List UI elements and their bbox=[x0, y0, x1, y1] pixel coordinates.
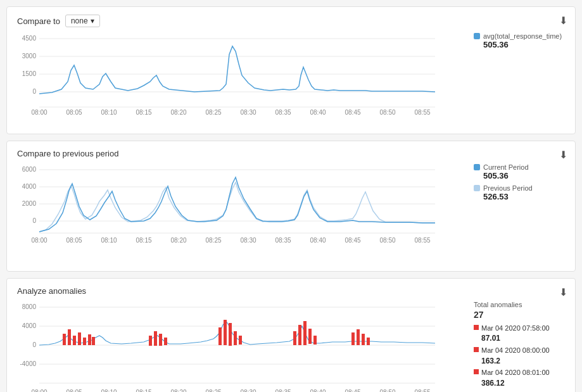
anomaly-text-0: Mar 04 2020 07:58:00 87.01 bbox=[481, 324, 550, 344]
svg-text:08:55: 08:55 bbox=[414, 237, 430, 244]
svg-rect-74 bbox=[362, 334, 365, 345]
svg-rect-73 bbox=[357, 329, 360, 345]
chart-svg-panel1: 4500 3000 1500 0 08:00 08:05 08:10 08:15… bbox=[17, 32, 464, 126]
svg-text:08:45: 08:45 bbox=[345, 109, 360, 116]
svg-text:08:15: 08:15 bbox=[136, 237, 151, 244]
anomaly-entry-1: Mar 04 2020 08:00:00 163.2 bbox=[474, 346, 565, 366]
chart-area-panel2: 6000 4000 2000 0 08:00 08:05 08:10 08:15… bbox=[17, 163, 565, 263]
svg-text:08:25: 08:25 bbox=[205, 389, 221, 392]
svg-text:08:05: 08:05 bbox=[66, 237, 82, 244]
svg-text:08:20: 08:20 bbox=[170, 389, 186, 392]
download-icon-panel1[interactable]: ⬇ bbox=[559, 15, 567, 27]
legend-current-value: 505.36 bbox=[483, 171, 529, 180]
svg-rect-55 bbox=[83, 338, 86, 345]
panel-anomalies: Analyze anomalies ⬇ 8000 4000 0 -4000 bbox=[6, 278, 576, 392]
legend-dot-current bbox=[474, 164, 480, 170]
svg-text:08:10: 08:10 bbox=[101, 237, 117, 244]
legend-previous-period: Previous Period 526.53 bbox=[474, 184, 565, 201]
panel-compare-to: Compare to none ▾ ⬇ 4500 3000 1500 0 bbox=[6, 6, 576, 134]
panel2-title: Compare to previous period bbox=[17, 149, 118, 158]
panel-compare-previous: Compare to previous period ⬇ 6000 4000 2… bbox=[6, 141, 576, 272]
panel3-legend: Total anomalies 27 Mar 04 2020 07:58:00 … bbox=[464, 301, 565, 392]
svg-text:4000: 4000 bbox=[22, 183, 37, 190]
svg-text:08:50: 08:50 bbox=[379, 389, 395, 392]
svg-text:08:30: 08:30 bbox=[240, 237, 256, 244]
svg-text:08:50: 08:50 bbox=[379, 109, 395, 116]
svg-rect-69 bbox=[303, 321, 307, 345]
panel3-title: Analyze anomalies bbox=[17, 286, 86, 296]
legend-previous-value: 526.53 bbox=[483, 192, 533, 201]
svg-rect-53 bbox=[73, 336, 76, 345]
svg-text:08:05: 08:05 bbox=[66, 389, 82, 392]
svg-rect-64 bbox=[229, 323, 232, 346]
svg-rect-61 bbox=[164, 338, 167, 345]
legend-current-label: Current Period bbox=[483, 163, 529, 171]
svg-text:08:00: 08:00 bbox=[31, 389, 47, 392]
svg-text:08:40: 08:40 bbox=[310, 389, 326, 392]
svg-rect-67 bbox=[293, 331, 296, 345]
svg-text:08:00: 08:00 bbox=[31, 109, 47, 116]
dropdown-value: none bbox=[71, 16, 88, 25]
anomaly-dot-0 bbox=[474, 325, 479, 330]
svg-rect-60 bbox=[159, 334, 162, 346]
svg-rect-65 bbox=[234, 331, 237, 345]
svg-rect-75 bbox=[367, 338, 370, 345]
svg-rect-68 bbox=[298, 325, 301, 345]
svg-rect-51 bbox=[63, 334, 66, 345]
panel2-legend: Current Period 505.36 Previous Period 52… bbox=[464, 163, 565, 204]
legend-item-metric: avg(total_response_time) 505.36 bbox=[474, 32, 565, 49]
chart-area-panel1: 4500 3000 1500 0 08:00 08:05 08:10 08:15… bbox=[17, 32, 565, 126]
svg-text:08:20: 08:20 bbox=[170, 109, 186, 116]
download-icon-panel3[interactable]: ⬇ bbox=[559, 286, 567, 298]
svg-text:08:50: 08:50 bbox=[379, 237, 395, 244]
svg-text:0: 0 bbox=[32, 88, 36, 95]
legend-metric-label: avg(total_response_time) bbox=[483, 32, 562, 40]
svg-text:08:25: 08:25 bbox=[205, 237, 221, 244]
panel3-header: Analyze anomalies bbox=[17, 286, 565, 296]
svg-rect-71 bbox=[313, 336, 317, 345]
svg-rect-70 bbox=[308, 329, 312, 344]
compare-to-dropdown[interactable]: none ▾ bbox=[65, 15, 100, 27]
svg-text:08:00: 08:00 bbox=[31, 237, 47, 244]
svg-rect-56 bbox=[88, 334, 91, 345]
svg-text:2000: 2000 bbox=[22, 200, 37, 207]
chart-svg-panel2: 6000 4000 2000 0 08:00 08:05 08:10 08:15… bbox=[17, 163, 464, 263]
total-anomalies-label: Total anomalies bbox=[474, 301, 565, 308]
svg-text:08:20: 08:20 bbox=[170, 237, 186, 244]
legend-metric-value: 505.36 bbox=[483, 40, 562, 49]
svg-text:08:10: 08:10 bbox=[101, 389, 117, 392]
anomaly-text-2: Mar 04 2020 08:01:00 386.12 bbox=[481, 368, 550, 388]
svg-text:0: 0 bbox=[32, 217, 36, 224]
svg-text:8000: 8000 bbox=[22, 303, 37, 310]
dropdown-arrow-icon: ▾ bbox=[91, 16, 94, 25]
svg-rect-66 bbox=[239, 336, 242, 345]
anomaly-dot-2 bbox=[474, 369, 479, 374]
anomaly-entry-0: Mar 04 2020 07:58:00 87.01 bbox=[474, 324, 565, 344]
svg-rect-57 bbox=[92, 337, 95, 345]
legend-dot-metric bbox=[474, 33, 480, 39]
svg-rect-52 bbox=[68, 329, 71, 345]
svg-rect-59 bbox=[154, 331, 157, 346]
chart-area-panel3: 8000 4000 0 -4000 bbox=[17, 301, 565, 392]
download-icon-panel2[interactable]: ⬇ bbox=[559, 149, 567, 161]
svg-text:08:25: 08:25 bbox=[205, 109, 221, 116]
svg-text:4000: 4000 bbox=[22, 322, 37, 329]
svg-text:6000: 6000 bbox=[22, 166, 37, 173]
total-anomalies-value: 27 bbox=[474, 310, 565, 320]
svg-text:08:30: 08:30 bbox=[240, 389, 256, 392]
svg-text:08:40: 08:40 bbox=[310, 237, 326, 244]
svg-rect-63 bbox=[224, 320, 227, 345]
svg-text:08:10: 08:10 bbox=[101, 109, 117, 116]
svg-text:4500: 4500 bbox=[22, 35, 37, 42]
svg-text:08:30: 08:30 bbox=[240, 109, 256, 116]
svg-text:0: 0 bbox=[32, 341, 36, 348]
svg-text:08:55: 08:55 bbox=[414, 389, 430, 392]
anomaly-entry-2: Mar 04 2020 08:01:00 386.12 bbox=[474, 368, 565, 388]
svg-text:08:05: 08:05 bbox=[66, 109, 82, 116]
panel1-header: Compare to none ▾ bbox=[17, 15, 565, 27]
svg-rect-58 bbox=[149, 336, 152, 346]
svg-text:08:40: 08:40 bbox=[310, 109, 326, 116]
panel1-legend: avg(total_response_time) 505.36 bbox=[464, 32, 565, 52]
svg-text:08:45: 08:45 bbox=[345, 389, 360, 392]
svg-text:08:15: 08:15 bbox=[136, 389, 151, 392]
